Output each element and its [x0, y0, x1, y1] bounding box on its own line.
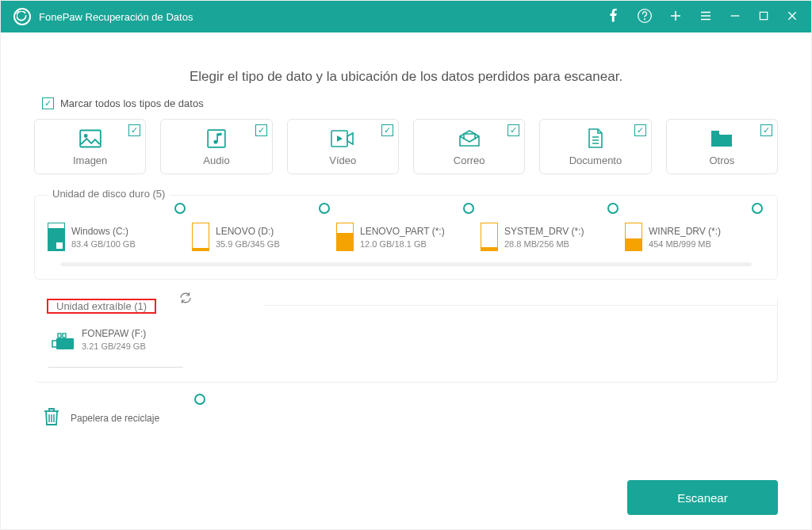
type-checkbox[interactable] — [381, 124, 393, 136]
maximize-icon[interactable] — [757, 10, 770, 25]
disk-row: Windows (C:)83.4 GB/100 GB LENOVO (D:)35… — [48, 219, 764, 266]
svg-rect-11 — [58, 334, 61, 337]
disk-radio[interactable] — [607, 203, 619, 214]
svg-rect-2 — [760, 12, 767, 19]
type-checkbox[interactable] — [255, 124, 267, 136]
disk-radio[interactable] — [463, 203, 474, 214]
close-icon[interactable] — [786, 10, 799, 25]
removable-section: Unidad extraíble (1) FONEPAW (F:) 3.21 G… — [34, 299, 778, 383]
type-label: Documento — [569, 154, 622, 166]
disk-size: 454 MB/999 MB — [649, 239, 721, 249]
type-label: Imagen — [73, 154, 107, 166]
disk-size: 28.8 MB/256 MB — [504, 239, 584, 249]
type-checkbox[interactable] — [634, 124, 646, 136]
svg-rect-8 — [711, 131, 719, 134]
image-icon — [79, 128, 102, 150]
disk-size: 35.9 GB/345 GB — [216, 239, 280, 249]
page-heading: Elegir el tipo de dato y la ubicación de… — [34, 69, 778, 85]
removable-size: 3.21 GB/249 GB — [82, 341, 146, 351]
type-label: Correo — [454, 154, 485, 166]
svg-rect-12 — [63, 334, 66, 337]
app-title: FonePaw Recuperación de Datos — [39, 11, 193, 23]
hdd-section: Unidad de disco duro (5) Windows (C:)83.… — [34, 195, 778, 280]
type-checkbox[interactable] — [128, 124, 140, 136]
type-checkbox[interactable] — [508, 124, 519, 136]
type-card-document[interactable]: Documento — [539, 119, 651, 174]
check-all-row[interactable]: Marcar todos los tipos de datos — [34, 97, 778, 109]
type-card-audio[interactable]: Audio — [160, 119, 272, 174]
type-checkbox[interactable] — [760, 124, 772, 136]
removable-disk-item[interactable]: FONEPAW (F:) 3.21 GB/249 GB — [52, 328, 178, 351]
disk-usage-bar — [481, 223, 498, 251]
minimize-icon[interactable] — [729, 10, 741, 25]
recycle-row[interactable]: Papelera de reciclaje — [34, 406, 778, 429]
disk-item-c[interactable]: Windows (C:)83.4 GB/100 GB — [48, 219, 187, 255]
type-label: Vídeo — [329, 154, 356, 166]
disk-item-d[interactable]: LENOVO (D:)35.9 GB/345 GB — [192, 219, 331, 255]
audio-icon — [206, 128, 227, 150]
svg-point-6 — [213, 139, 217, 143]
disk-name: Windows (C:) — [71, 226, 136, 237]
disk-usage-bar — [625, 223, 642, 251]
folder-icon — [710, 128, 733, 150]
logo-icon — [13, 8, 31, 25]
disk-radio[interactable] — [319, 203, 330, 214]
disk-item-sysdrv[interactable]: SYSTEM_DRV (*:)28.8 MB/256 MB — [481, 219, 620, 255]
type-card-mail[interactable]: Correo — [413, 119, 525, 174]
facebook-icon[interactable] — [607, 9, 621, 25]
titlebar: FonePaw Recuperación de Datos — [1, 1, 811, 32]
disk-radio[interactable] — [752, 203, 763, 214]
disk-name: SYSTEM_DRV (*:) — [504, 226, 584, 237]
removable-section-title: Unidad extraíble (1) — [52, 300, 151, 312]
data-type-row: Imagen Audio Vídeo C — [34, 119, 778, 174]
disk-radio[interactable] — [174, 203, 186, 214]
removable-name: FONEPAW (F:) — [82, 328, 146, 339]
check-all-checkbox[interactable] — [42, 97, 54, 109]
app-logo: FonePaw Recuperación de Datos — [13, 8, 193, 25]
recycle-radio[interactable] — [194, 394, 205, 405]
disk-name: LENOVO_PART (*:) — [360, 226, 445, 237]
svg-rect-3 — [80, 130, 101, 147]
mail-icon — [458, 128, 481, 150]
usb-icon — [52, 330, 74, 349]
svg-point-4 — [84, 134, 87, 137]
type-label: Audio — [203, 154, 229, 166]
disk-usage-bar — [336, 223, 354, 251]
svg-rect-5 — [208, 130, 225, 147]
type-card-image[interactable]: Imagen — [34, 119, 146, 174]
menu-icon[interactable] — [699, 9, 713, 25]
help-icon[interactable] — [637, 8, 653, 26]
recycle-label: Papelera de reciclaje — [71, 413, 159, 424]
disk-item-part[interactable]: LENOVO_PART (*:)12.0 GB/18.1 GB — [336, 219, 476, 255]
type-card-other[interactable]: Otros — [666, 119, 778, 174]
disk-item-winre[interactable]: WINRE_DRV (*:)454 MB/999 MB — [625, 219, 764, 255]
disk-usage-bar — [192, 223, 209, 251]
add-icon[interactable] — [668, 9, 683, 25]
document-icon — [586, 128, 605, 150]
removable-section-highlight: Unidad extraíble (1) — [47, 299, 156, 314]
removable-underline — [48, 367, 183, 368]
type-card-video[interactable]: Vídeo — [287, 119, 399, 174]
trash-icon — [42, 406, 61, 429]
disk-usage-bar — [48, 223, 65, 251]
type-label: Otros — [709, 154, 734, 166]
disk-name: LENOVO (D:) — [216, 226, 280, 237]
refresh-icon[interactable] — [178, 291, 193, 305]
video-icon — [331, 128, 354, 150]
svg-point-1 — [644, 18, 645, 19]
disk-size: 83.4 GB/100 GB — [71, 239, 136, 249]
hdd-section-title: Unidad de disco duro (5) — [48, 188, 170, 200]
scan-button[interactable]: Escanear — [627, 480, 778, 515]
disk-size: 12.0 GB/18.1 GB — [360, 239, 445, 249]
disk-name: WINRE_DRV (*:) — [649, 226, 721, 237]
svg-rect-9 — [56, 338, 74, 349]
check-all-label: Marcar todos los tipos de datos — [60, 97, 204, 109]
